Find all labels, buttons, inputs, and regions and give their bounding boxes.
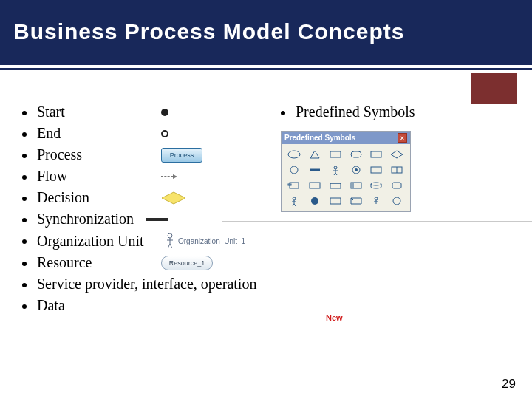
list-item: Process Process	[22, 146, 510, 163]
list-item: Organization Unit Organization_Unit_1	[22, 232, 510, 250]
slide-title: Business Process Model Concepts	[0, 0, 532, 44]
palette-item[interactable]	[306, 148, 324, 161]
palette-item[interactable]	[285, 163, 303, 177]
svg-point-26	[311, 197, 318, 205]
palette-item[interactable]	[367, 163, 385, 177]
bullet-icon	[22, 304, 27, 309]
bullet-icon	[22, 262, 27, 266]
palette-item[interactable]	[347, 163, 365, 177]
concept-label: Organization Unit	[37, 233, 159, 250]
concept-label: Process	[37, 146, 155, 163]
new-label: New	[326, 313, 343, 322]
bullet-icon	[22, 197, 27, 201]
symbol-palette: Predefined Symbols ×	[281, 131, 411, 212]
resource-icon-label: Resource_1	[161, 256, 213, 270]
palette-item[interactable]	[367, 179, 385, 192]
concept-label: Data	[37, 297, 155, 314]
svg-rect-27	[330, 198, 341, 204]
palette-item[interactable]	[285, 148, 303, 161]
svg-rect-5	[351, 151, 361, 157]
flow-arrow-icon	[161, 173, 177, 180]
concept-label: Flow	[37, 168, 155, 185]
list-item: Flow	[22, 168, 510, 185]
palette-item[interactable]	[285, 179, 303, 192]
list-item: End	[22, 125, 510, 142]
palette-item[interactable]	[306, 179, 324, 192]
svg-point-29	[393, 197, 400, 205]
concept-label: End	[37, 125, 155, 142]
end-icon	[161, 130, 168, 137]
concept-list: Start End Process Process Flow Decision	[22, 103, 510, 318]
list-item: Synchronization	[22, 211, 510, 228]
palette-item[interactable]	[306, 163, 324, 177]
list-item: Data	[22, 297, 510, 314]
svg-rect-6	[371, 151, 381, 157]
start-icon	[161, 109, 168, 116]
svg-point-10	[334, 166, 337, 169]
close-icon[interactable]: ×	[398, 133, 407, 143]
palette-item[interactable]	[388, 163, 406, 177]
list-item: Start	[22, 103, 510, 120]
bullet-icon	[22, 175, 27, 180]
palette-item[interactable]	[327, 194, 344, 208]
bullet-icon	[281, 111, 285, 115]
palette-item[interactable]	[367, 194, 385, 208]
bullet-icon	[22, 111, 27, 115]
svg-point-25	[293, 197, 296, 200]
bullet-icon	[22, 154, 27, 158]
palette-item[interactable]	[327, 148, 344, 161]
svg-rect-4	[330, 151, 341, 157]
palette-header: Predefined Symbols ×	[282, 132, 410, 144]
org-unit-label: Organization_Unit_1	[178, 237, 245, 245]
concept-label: Service provider, interface, operation	[37, 276, 256, 293]
svg-point-12	[355, 168, 358, 171]
svg-rect-18	[310, 183, 320, 188]
palette-item[interactable]	[388, 179, 406, 192]
svg-point-8	[290, 166, 298, 174]
svg-marker-3	[310, 151, 319, 158]
accent-block	[471, 73, 517, 104]
palette-item[interactable]	[327, 179, 344, 192]
slide-header: Business Process Model Concepts	[0, 0, 532, 68]
decision-diamond-icon	[161, 191, 186, 205]
palette-grid	[282, 144, 410, 211]
palette-item[interactable]	[347, 194, 365, 208]
palette-item[interactable]	[347, 148, 365, 161]
sync-bar-icon	[146, 218, 168, 221]
list-item: Service provider, interface, operation	[22, 276, 510, 293]
right-column: Predefined Symbols Predefined Symbols ×	[281, 103, 415, 212]
palette-item[interactable]	[306, 194, 324, 208]
palette-item[interactable]	[388, 148, 406, 161]
svg-marker-7	[391, 151, 403, 158]
svg-point-2	[288, 151, 300, 158]
list-item: Resource Resource_1	[22, 254, 510, 271]
concept-label: Start	[37, 103, 155, 120]
svg-point-1	[168, 233, 172, 238]
bullet-icon	[22, 132, 27, 137]
bullet-icon	[22, 218, 27, 222]
page-number: 29	[502, 377, 516, 392]
svg-rect-13	[371, 167, 381, 173]
bullet-icon	[22, 239, 27, 244]
svg-rect-21	[351, 183, 361, 188]
palette-item[interactable]	[367, 148, 385, 161]
svg-point-28	[375, 197, 378, 200]
resource-icon: Resource_1	[161, 256, 213, 270]
palette-item[interactable]	[388, 194, 406, 208]
list-item: Decision	[22, 189, 510, 206]
bullet-icon	[22, 283, 27, 287]
palette-item[interactable]	[327, 163, 344, 177]
concept-label: Resource	[37, 254, 155, 271]
concept-label: Synchronization	[37, 211, 140, 228]
svg-marker-0	[162, 192, 185, 204]
svg-rect-24	[392, 183, 401, 188]
svg-point-23	[371, 183, 381, 185]
palette-title: Predefined Symbols	[284, 134, 355, 142]
org-unit-icon: Organization_Unit_1	[165, 232, 245, 250]
svg-rect-19	[330, 183, 341, 188]
process-icon-label: Process	[161, 148, 202, 163]
predefined-heading: Predefined Symbols	[281, 103, 415, 120]
palette-item[interactable]	[285, 194, 303, 208]
concept-label: Decision	[37, 189, 155, 206]
palette-item[interactable]	[347, 179, 365, 192]
